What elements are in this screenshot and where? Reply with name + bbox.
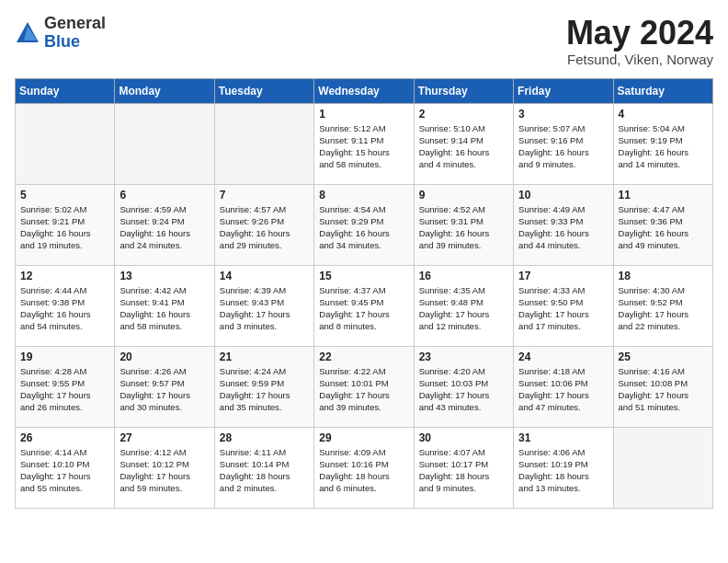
calendar-cell: 17Sunrise: 4:33 AM Sunset: 9:50 PM Dayli… xyxy=(514,265,613,346)
day-number: 27 xyxy=(119,431,209,444)
calendar-cell xyxy=(115,103,214,184)
day-number: 3 xyxy=(518,108,608,121)
day-info: Sunrise: 4:07 AM Sunset: 10:17 PM Daylig… xyxy=(419,446,508,495)
day-info: Sunrise: 4:12 AM Sunset: 10:12 PM Daylig… xyxy=(119,446,209,495)
calendar-body: 1Sunrise: 5:12 AM Sunset: 9:11 PM Daylig… xyxy=(16,103,713,508)
day-number: 15 xyxy=(319,270,408,282)
logo: General Blue xyxy=(15,15,106,52)
month-title: May 2024 xyxy=(566,15,713,52)
calendar-cell: 4Sunrise: 5:04 AM Sunset: 9:19 PM Daylig… xyxy=(613,103,712,184)
day-number: 24 xyxy=(518,350,608,363)
day-number: 18 xyxy=(619,270,708,282)
weekday-header-wednesday: Wednesday xyxy=(314,78,414,103)
logo-icon xyxy=(15,20,40,46)
day-info: Sunrise: 5:12 AM Sunset: 9:11 PM Dayligh… xyxy=(319,122,408,171)
calendar-week-2: 5Sunrise: 5:02 AM Sunset: 9:21 PM Daylig… xyxy=(16,184,713,265)
day-number: 6 xyxy=(119,189,209,201)
day-info: Sunrise: 4:16 AM Sunset: 10:08 PM Daylig… xyxy=(619,365,708,414)
day-info: Sunrise: 4:18 AM Sunset: 10:06 PM Daylig… xyxy=(518,365,608,414)
calendar-cell: 14Sunrise: 4:39 AM Sunset: 9:43 PM Dayli… xyxy=(214,265,313,346)
day-number: 7 xyxy=(220,189,309,201)
weekday-header-monday: Monday xyxy=(115,78,214,103)
calendar-cell xyxy=(16,103,115,184)
calendar-cell: 6Sunrise: 4:59 AM Sunset: 9:24 PM Daylig… xyxy=(115,184,214,265)
day-info: Sunrise: 4:44 AM Sunset: 9:38 PM Dayligh… xyxy=(20,284,109,333)
day-number: 5 xyxy=(20,189,109,201)
day-info: Sunrise: 4:37 AM Sunset: 9:45 PM Dayligh… xyxy=(319,284,408,333)
weekday-row: SundayMondayTuesdayWednesdayThursdayFrid… xyxy=(16,78,713,103)
calendar-cell: 13Sunrise: 4:42 AM Sunset: 9:41 PM Dayli… xyxy=(115,265,214,346)
calendar-cell: 18Sunrise: 4:30 AM Sunset: 9:52 PM Dayli… xyxy=(613,265,712,346)
weekday-header-saturday: Saturday xyxy=(613,78,712,103)
calendar-cell: 12Sunrise: 4:44 AM Sunset: 9:38 PM Dayli… xyxy=(16,265,115,346)
day-number: 8 xyxy=(319,189,408,201)
day-info: Sunrise: 4:14 AM Sunset: 10:10 PM Daylig… xyxy=(20,446,109,495)
day-number: 12 xyxy=(20,270,109,282)
calendar-cell: 25Sunrise: 4:16 AM Sunset: 10:08 PM Dayl… xyxy=(613,346,712,427)
day-info: Sunrise: 4:39 AM Sunset: 9:43 PM Dayligh… xyxy=(220,284,309,333)
calendar-cell: 16Sunrise: 4:35 AM Sunset: 9:48 PM Dayli… xyxy=(414,265,513,346)
logo-text: General Blue xyxy=(44,15,106,52)
calendar-cell: 23Sunrise: 4:20 AM Sunset: 10:03 PM Dayl… xyxy=(414,346,513,427)
title-block: May 2024 Fetsund, Viken, Norway xyxy=(566,15,713,67)
day-info: Sunrise: 4:30 AM Sunset: 9:52 PM Dayligh… xyxy=(619,284,708,333)
day-number: 4 xyxy=(619,108,708,121)
day-info: Sunrise: 4:20 AM Sunset: 10:03 PM Daylig… xyxy=(419,365,508,414)
calendar-table: SundayMondayTuesdayWednesdayThursdayFrid… xyxy=(15,78,713,509)
day-number: 9 xyxy=(419,189,508,201)
calendar-week-3: 12Sunrise: 4:44 AM Sunset: 9:38 PM Dayli… xyxy=(16,265,713,346)
calendar-cell: 24Sunrise: 4:18 AM Sunset: 10:06 PM Dayl… xyxy=(514,346,613,427)
day-info: Sunrise: 4:09 AM Sunset: 10:16 PM Daylig… xyxy=(319,446,408,495)
calendar-cell: 30Sunrise: 4:07 AM Sunset: 10:17 PM Dayl… xyxy=(414,427,513,508)
weekday-header-friday: Friday xyxy=(514,78,613,103)
calendar-cell: 2Sunrise: 5:10 AM Sunset: 9:14 PM Daylig… xyxy=(414,103,513,184)
weekday-header-thursday: Thursday xyxy=(414,78,513,103)
day-info: Sunrise: 4:54 AM Sunset: 9:29 PM Dayligh… xyxy=(319,203,408,252)
calendar-cell: 31Sunrise: 4:06 AM Sunset: 10:19 PM Dayl… xyxy=(514,427,613,508)
day-info: Sunrise: 4:49 AM Sunset: 9:33 PM Dayligh… xyxy=(518,203,608,252)
day-info: Sunrise: 4:22 AM Sunset: 10:01 PM Daylig… xyxy=(319,365,408,414)
calendar-cell: 15Sunrise: 4:37 AM Sunset: 9:45 PM Dayli… xyxy=(314,265,414,346)
calendar-cell xyxy=(214,103,313,184)
day-number: 25 xyxy=(619,350,708,363)
calendar-cell: 28Sunrise: 4:11 AM Sunset: 10:14 PM Dayl… xyxy=(214,427,313,508)
calendar-cell: 29Sunrise: 4:09 AM Sunset: 10:16 PM Dayl… xyxy=(314,427,414,508)
day-number: 22 xyxy=(319,350,408,363)
day-info: Sunrise: 5:02 AM Sunset: 9:21 PM Dayligh… xyxy=(20,203,109,252)
location: Fetsund, Viken, Norway xyxy=(566,52,713,67)
day-number: 16 xyxy=(419,270,508,282)
calendar-cell: 5Sunrise: 5:02 AM Sunset: 9:21 PM Daylig… xyxy=(16,184,115,265)
day-number: 10 xyxy=(518,189,608,201)
calendar-week-1: 1Sunrise: 5:12 AM Sunset: 9:11 PM Daylig… xyxy=(16,103,713,184)
calendar-cell: 20Sunrise: 4:26 AM Sunset: 9:57 PM Dayli… xyxy=(115,346,214,427)
calendar-cell: 8Sunrise: 4:54 AM Sunset: 9:29 PM Daylig… xyxy=(314,184,414,265)
weekday-header-sunday: Sunday xyxy=(16,78,115,103)
calendar-cell: 7Sunrise: 4:57 AM Sunset: 9:26 PM Daylig… xyxy=(214,184,313,265)
day-info: Sunrise: 4:06 AM Sunset: 10:19 PM Daylig… xyxy=(518,446,608,495)
calendar-cell xyxy=(613,427,712,508)
day-number: 28 xyxy=(220,431,309,444)
day-number: 20 xyxy=(119,350,209,363)
day-number: 19 xyxy=(20,350,109,363)
day-info: Sunrise: 4:42 AM Sunset: 9:41 PM Dayligh… xyxy=(119,284,209,333)
weekday-header-tuesday: Tuesday xyxy=(214,78,313,103)
calendar-header: SundayMondayTuesdayWednesdayThursdayFrid… xyxy=(16,78,713,103)
day-number: 21 xyxy=(220,350,309,363)
day-number: 14 xyxy=(220,270,309,282)
day-info: Sunrise: 4:35 AM Sunset: 9:48 PM Dayligh… xyxy=(419,284,508,333)
calendar-cell: 10Sunrise: 4:49 AM Sunset: 9:33 PM Dayli… xyxy=(514,184,613,265)
calendar-cell: 19Sunrise: 4:28 AM Sunset: 9:55 PM Dayli… xyxy=(16,346,115,427)
day-number: 31 xyxy=(518,431,608,444)
day-info: Sunrise: 5:10 AM Sunset: 9:14 PM Dayligh… xyxy=(419,122,508,171)
page-header: General Blue May 2024 Fetsund, Viken, No… xyxy=(15,15,713,67)
logo-general: General xyxy=(44,15,106,33)
day-info: Sunrise: 4:33 AM Sunset: 9:50 PM Dayligh… xyxy=(518,284,608,333)
calendar-week-4: 19Sunrise: 4:28 AM Sunset: 9:55 PM Dayli… xyxy=(16,346,713,427)
day-info: Sunrise: 5:07 AM Sunset: 9:16 PM Dayligh… xyxy=(518,122,608,171)
calendar-cell: 21Sunrise: 4:24 AM Sunset: 9:59 PM Dayli… xyxy=(214,346,313,427)
day-info: Sunrise: 4:11 AM Sunset: 10:14 PM Daylig… xyxy=(220,446,309,495)
calendar-cell: 11Sunrise: 4:47 AM Sunset: 9:36 PM Dayli… xyxy=(613,184,712,265)
calendar-cell: 22Sunrise: 4:22 AM Sunset: 10:01 PM Dayl… xyxy=(314,346,414,427)
day-info: Sunrise: 4:28 AM Sunset: 9:55 PM Dayligh… xyxy=(20,365,109,414)
day-info: Sunrise: 4:59 AM Sunset: 9:24 PM Dayligh… xyxy=(119,203,209,252)
